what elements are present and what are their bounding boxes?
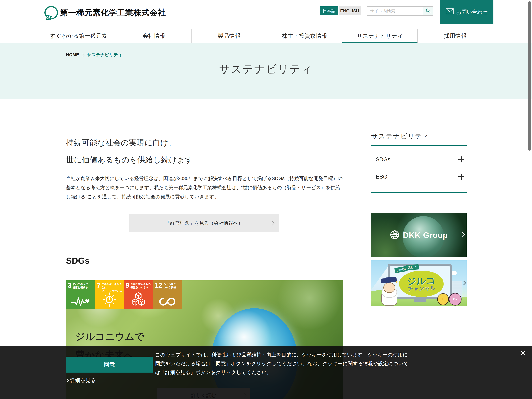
philosophy-link-button[interactable]: 「経営理念」を見る（会社情報へ）	[129, 214, 279, 232]
nav-item-about-dkk[interactable]: すぐわかる第一稀元素	[41, 29, 116, 43]
sdg-tile-goal9: 9 産業と技術革新の 基盤をつくろう	[124, 280, 153, 309]
cubes-icon	[124, 291, 153, 307]
sdg-goal-label: 産業と技術革新の	[131, 282, 151, 286]
chevron-right-icon	[65, 379, 69, 383]
sdg-goal-number: 7	[97, 282, 101, 292]
infinity-loop-icon	[153, 296, 182, 307]
contact-label: お問い合わせ	[456, 8, 488, 15]
lang-english-button[interactable]: ENGLISH	[339, 6, 361, 15]
sdgs-section-heading: SDGs	[66, 256, 90, 266]
sdg-goal-tiles: 3 すべての人に 健康と福祉を 7 エネルギーをみんなに そしてクリーンに	[66, 280, 182, 309]
cookie-detail-label: 詳細を見る	[70, 377, 96, 384]
heartbeat-icon	[66, 296, 95, 307]
speech-bubble: 楽しい!	[406, 264, 419, 270]
site-search	[367, 6, 433, 16]
lead-paragraph: 当社が創業以来大切にしている経営理念は、国連が2030年までに解決すべき目標とし…	[66, 174, 345, 201]
lang-japanese-button[interactable]: 日本語	[320, 6, 338, 15]
cookie-message: このウェブサイトでは、利便性および品質維持・向上を目的に、クッキーを使用していま…	[155, 350, 408, 377]
sdg-tile-goal7: 7 エネルギーをみんなに そしてクリーンに	[95, 280, 124, 309]
sun-energy-icon	[95, 291, 124, 307]
dkk-group-label: DKK Group	[403, 231, 448, 240]
page: Zr 第一稀元素化学工業株式会社 日本語 ENGLISH お問い合わせ すぐわか…	[0, 0, 532, 399]
nav-item-sustainability[interactable]: サステナビリティ	[342, 29, 418, 43]
cookie-message-line2: 同意をいただける場合は「同意」ボタンをクリックしてください。なお、クッキーに関す…	[155, 359, 408, 368]
sdg-goal-label: 基盤をつくろう	[131, 286, 151, 289]
sdg-goal-label: 健康と福祉を	[73, 286, 88, 289]
cookie-message-line1: このウェブサイトでは、利便性および品質維持・向上を目的に、クッキーを使用していま…	[155, 350, 408, 359]
search-icon	[425, 8, 431, 14]
contact-button[interactable]: お問い合わせ	[440, 0, 494, 24]
sidebar-divider-top	[371, 145, 467, 146]
nav-item-ir[interactable]: 株主・投資家情報	[267, 29, 342, 43]
sidebar-item-esg[interactable]: ESG	[371, 168, 467, 185]
sidebar-title: サステナビリティ	[371, 132, 430, 141]
philosophy-link-label: 「経営理念」を見る（会社情報へ）	[165, 220, 243, 226]
image-caption-line1: ジルコニウムで	[75, 330, 145, 343]
cookie-agree-button[interactable]: 同意	[66, 357, 153, 373]
lead-heading: 持続可能な社会の実現に向け、 世に価値あるものを供給し続けます	[66, 134, 193, 168]
nav-item-recruit[interactable]: 採用情報	[418, 29, 493, 43]
sdg-goal-label: つくる責任	[163, 282, 176, 286]
zirconium-logo-icon: Zr	[44, 6, 58, 19]
sdg-goal-label: エネルギーをみんなに	[101, 282, 123, 289]
page-hero: HOME サステナビリティ サステナビリティ	[0, 43, 532, 99]
zirco-title-line1: ジルコ	[407, 275, 436, 286]
lead-heading-line2: 世に価値あるものを供給し続けます	[66, 151, 193, 168]
zirco-channel-banner[interactable]: ジルコ チャンネル わかる! 楽しい! Zr Ce	[371, 260, 467, 306]
sidebar-item-sdgs[interactable]: SDGs	[371, 151, 467, 168]
breadcrumb-current: サステナビリティ	[87, 52, 122, 58]
close-icon[interactable]: ✕	[520, 350, 526, 357]
global-nav-items: すぐわかる第一稀元素 会社情報 製品情報 株主・投資家情報 サステナビリティ 採…	[41, 29, 493, 43]
breadcrumb-home-link[interactable]: HOME	[66, 52, 79, 57]
company-logo[interactable]: Zr 第一稀元素化学工業株式会社	[44, 6, 166, 19]
page-title: サステナビリティ	[0, 62, 532, 76]
sidebar-item-label: ESG	[376, 174, 387, 180]
cookie-message-line3: は「詳細を見る」ボタンをクリックしてください。	[155, 368, 408, 377]
ce-mascot: Ce	[449, 293, 462, 306]
breadcrumb: HOME サステナビリティ	[66, 52, 122, 58]
sdg-goal-label: つかう責任	[163, 286, 176, 289]
site-header: Zr 第一稀元素化学工業株式会社 日本語 ENGLISH お問い合わせ	[0, 0, 532, 29]
cookie-detail-link[interactable]: 詳細を見る	[65, 377, 96, 384]
monitor-stand	[414, 299, 426, 302]
zr-mascot: Zr	[437, 293, 449, 305]
chevron-right-icon	[460, 232, 465, 237]
sdg-goal-number: 3	[68, 282, 71, 289]
plus-expand-icon[interactable]	[458, 174, 464, 180]
search-button[interactable]	[424, 7, 433, 15]
dkk-group-banner[interactable]: DKK Group	[371, 213, 467, 257]
search-input[interactable]	[367, 7, 424, 15]
company-name: 第一稀元素化学工業株式会社	[60, 7, 166, 18]
lead-heading-line1: 持続可能な社会の実現に向け、	[66, 134, 193, 151]
scrollbar-thumb[interactable]	[528, 1, 531, 151]
globe-icon	[390, 230, 399, 240]
section-divider	[66, 270, 343, 270]
sdg-goal-number: 12	[154, 282, 162, 289]
sidebar-item-label: SDGs	[376, 156, 390, 163]
envelope-icon	[446, 8, 454, 16]
sdg-goal-label: すべての人に	[73, 282, 88, 286]
chevron-right-icon	[270, 221, 275, 225]
sdg-goal-number: 9	[126, 282, 129, 289]
sdg-tile-goal12: 12 つくる責任 つかう責任	[153, 280, 182, 309]
sdg-tile-goal3: 3 すべての人に 健康と福祉を	[66, 280, 95, 309]
sidebar-divider-bottom	[371, 192, 467, 193]
professor-mascot-illustration	[379, 276, 399, 306]
nav-item-company[interactable]: 会社情報	[116, 29, 191, 43]
nav-item-products[interactable]: 製品情報	[191, 29, 267, 43]
zirco-title-line2: チャンネル	[407, 285, 436, 292]
cookie-consent-banner: 同意 詳細を見る このウェブサイトでは、利便性および品質維持・向上を目的に、クッ…	[0, 346, 532, 399]
global-nav: すぐわかる第一稀元素 会社情報 製品情報 株主・投資家情報 サステナビリティ 採…	[0, 29, 532, 43]
logo-zr-symbol: Zr	[46, 14, 52, 21]
chevron-right-icon	[81, 53, 85, 57]
plus-expand-icon[interactable]	[458, 156, 464, 162]
